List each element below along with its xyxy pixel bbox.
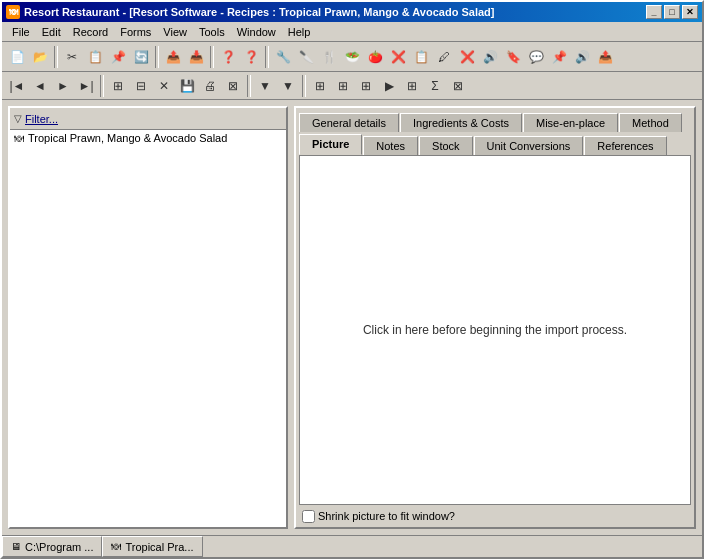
filter-bar: ▽ Filter... (10, 108, 286, 130)
tabs-row1: General details Ingredients & Costs Mise… (296, 108, 694, 132)
filter-link[interactable]: Filter... (25, 113, 58, 125)
tab-stock[interactable]: Stock (419, 136, 473, 155)
remove-button[interactable]: ❌ (456, 46, 478, 68)
clipboard-button[interactable]: 📋 (410, 46, 432, 68)
tab-ingredients[interactable]: Ingredients & Costs (400, 113, 522, 132)
del-record[interactable]: ✕ (153, 75, 175, 97)
tab-unitconv[interactable]: Unit Conversions (474, 136, 584, 155)
tabs-row2: Picture Notes Stock Unit Conversions Ref… (296, 132, 694, 155)
copy-button[interactable]: 📋 (84, 46, 106, 68)
recipe-list: 🍽 Tropical Prawn, Mango & Avocado Salad (10, 130, 286, 527)
main-window: 🍽 Resort Restaurant - [Resort Software -… (0, 0, 704, 559)
print-record[interactable]: 🖨 (199, 75, 221, 97)
tab-picture[interactable]: Picture (299, 134, 362, 155)
config-button[interactable]: 🔧 (272, 46, 294, 68)
toolbar-nav: |◄ ◄ ► ►| ⊞ ⊟ ✕ 💾 🖨 ⊠ ▼ ▼ ⊞ ⊞ ⊞ ▶ ⊞ Σ ⊠ (2, 72, 702, 100)
minimize-button[interactable]: _ (646, 5, 662, 19)
status-program-text: C:\Program ... (25, 541, 93, 553)
status-recipe-text: Tropical Pra... (125, 541, 193, 553)
edit-button[interactable]: 🖊 (433, 46, 455, 68)
title-bar-left: 🍽 Resort Restaurant - [Resort Software -… (6, 5, 494, 19)
fork-icon[interactable]: 🍴 (318, 46, 340, 68)
nav-last[interactable]: ►| (75, 75, 97, 97)
app-icon: 🍽 (6, 5, 20, 19)
help-button[interactable]: ❓ (217, 46, 239, 68)
tab-content-area[interactable]: Click in here before beginning the impor… (299, 155, 691, 505)
filter-btn2[interactable]: ▼ (277, 75, 299, 97)
new-button[interactable]: 📄 (6, 46, 28, 68)
bookmark-button[interactable]: 🔖 (502, 46, 524, 68)
menu-window[interactable]: Window (231, 25, 282, 39)
nav-prev[interactable]: ◄ (29, 75, 51, 97)
menu-record[interactable]: Record (67, 25, 114, 39)
filter-btn1[interactable]: ▼ (254, 75, 276, 97)
menu-tools[interactable]: Tools (193, 25, 231, 39)
delete-button[interactable]: ❌ (387, 46, 409, 68)
restore-button[interactable]: □ (664, 5, 680, 19)
cancel-record[interactable]: ⊠ (222, 75, 244, 97)
left-panel: ▽ Filter... 🍽 Tropical Prawn, Mango & Av… (8, 106, 288, 529)
sep7 (302, 75, 306, 97)
pin-button[interactable]: 📌 (548, 46, 570, 68)
help2-button[interactable]: ❓ (240, 46, 262, 68)
recipe-name: Tropical Prawn, Mango & Avocado Salad (28, 132, 227, 144)
shrink-label: Shrink picture to fit window? (318, 510, 455, 522)
knife-icon[interactable]: 🔪 (295, 46, 317, 68)
tomato-icon[interactable]: 🍅 (364, 46, 386, 68)
comment-button[interactable]: 💬 (525, 46, 547, 68)
paste-button[interactable]: 📌 (107, 46, 129, 68)
right-panel: General details Ingredients & Costs Mise… (294, 106, 696, 529)
tab-references[interactable]: References (584, 136, 666, 155)
sep5 (100, 75, 104, 97)
recipe-status-icon: 🍽 (111, 541, 121, 552)
recipe-icon: 🍽 (14, 133, 24, 144)
content-area: ▽ Filter... 🍽 Tropical Prawn, Mango & Av… (2, 100, 702, 535)
copy-record[interactable]: ⊟ (130, 75, 152, 97)
add-record[interactable]: ⊞ (107, 75, 129, 97)
list-item[interactable]: 🍽 Tropical Prawn, Mango & Avocado Salad (10, 130, 286, 146)
window-title: Resort Restaurant - [Resort Software - R… (24, 6, 494, 18)
export-button[interactable]: 📤 (162, 46, 184, 68)
status-recipe[interactable]: 🍽 Tropical Pra... (102, 536, 202, 557)
extra1[interactable]: ⊞ (309, 75, 331, 97)
sep6 (247, 75, 251, 97)
title-bar-controls: _ □ ✕ (646, 5, 698, 19)
nav-next[interactable]: ► (52, 75, 74, 97)
menu-edit[interactable]: Edit (36, 25, 67, 39)
menu-file[interactable]: File (6, 25, 36, 39)
tab-general[interactable]: General details (299, 113, 399, 132)
menu-view[interactable]: View (157, 25, 193, 39)
menu-help[interactable]: Help (282, 25, 317, 39)
right-bottom: Shrink picture to fit window? (296, 505, 694, 527)
grid-btn[interactable]: ⊞ (401, 75, 423, 97)
open-button[interactable]: 📂 (29, 46, 51, 68)
tab-notes[interactable]: Notes (363, 136, 418, 155)
send-button[interactable]: 📤 (594, 46, 616, 68)
calc-btn[interactable]: ⊠ (447, 75, 469, 97)
shrink-checkbox-label[interactable]: Shrink picture to fit window? (302, 510, 455, 523)
extra2[interactable]: ⊞ (332, 75, 354, 97)
import-button[interactable]: 📥 (185, 46, 207, 68)
menu-forms[interactable]: Forms (114, 25, 157, 39)
play-btn[interactable]: ▶ (378, 75, 400, 97)
cut-button[interactable]: ✂ (61, 46, 83, 68)
content-message: Click in here before beginning the impor… (363, 323, 627, 337)
close-button[interactable]: ✕ (682, 5, 698, 19)
sound-button[interactable]: 🔊 (479, 46, 501, 68)
status-program[interactable]: 🖥 C:\Program ... (2, 536, 102, 557)
status-bar: 🖥 C:\Program ... 🍽 Tropical Pra... (2, 535, 702, 557)
save-record[interactable]: 💾 (176, 75, 198, 97)
shrink-checkbox[interactable] (302, 510, 315, 523)
title-bar: 🍽 Resort Restaurant - [Resort Software -… (2, 2, 702, 22)
computer-icon: 🖥 (11, 541, 21, 552)
salad-icon[interactable]: 🥗 (341, 46, 363, 68)
speaker-button[interactable]: 🔊 (571, 46, 593, 68)
refresh-button[interactable]: 🔄 (130, 46, 152, 68)
sep3 (210, 46, 214, 68)
sep2 (155, 46, 159, 68)
tab-method[interactable]: Method (619, 113, 682, 132)
tab-mise[interactable]: Mise-en-place (523, 113, 618, 132)
extra3[interactable]: ⊞ (355, 75, 377, 97)
nav-first[interactable]: |◄ (6, 75, 28, 97)
sum-btn[interactable]: Σ (424, 75, 446, 97)
